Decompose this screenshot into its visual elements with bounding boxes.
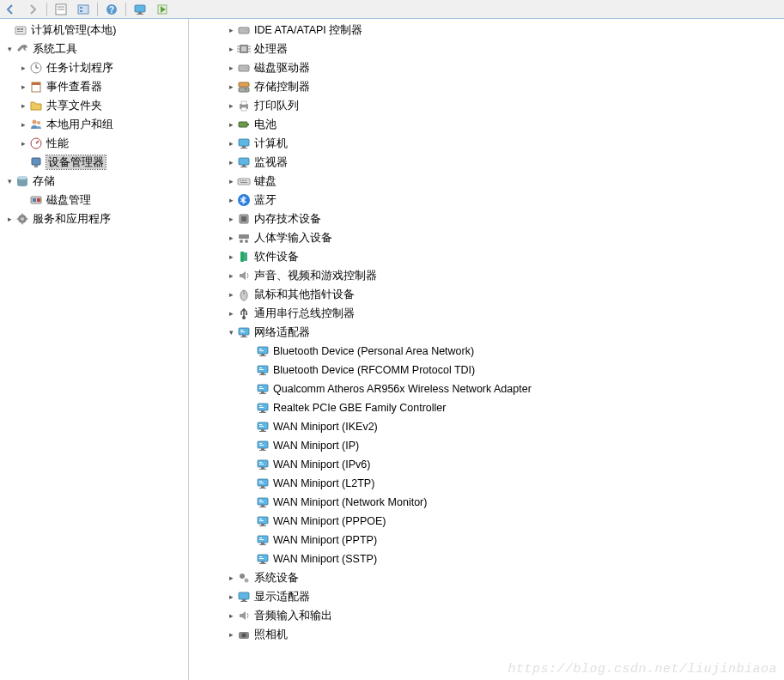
expand-icon[interactable]: ▸	[225, 251, 237, 263]
device-cat-battery[interactable]: ▸电池	[189, 115, 784, 134]
tree-services[interactable]: ▸ 服务和应用程序	[0, 209, 188, 228]
expand-icon[interactable]: ▸	[225, 232, 237, 244]
tree-storage[interactable]: ▾ 存储	[0, 172, 188, 191]
device-cat-computer[interactable]: ▸计算机	[189, 134, 784, 153]
device-cat-network[interactable]: ▾网络适配器	[189, 323, 784, 342]
expand-icon[interactable]: ▸	[225, 62, 237, 74]
tree-shared-folders[interactable]: ▸ 共享文件夹	[0, 96, 188, 115]
device-cat-keyboard[interactable]: ▸键盘	[189, 172, 784, 191]
device-item[interactable]: WAN Miniport (Network Monitor)	[189, 493, 784, 512]
expand-icon[interactable]: ▸	[225, 137, 237, 149]
device-item[interactable]: Bluetooth Device (RFCOMM Protocol TDI)	[189, 361, 784, 379]
device-cat-usb[interactable]: ▸通用串行总线控制器	[189, 304, 784, 323]
device-cat-display[interactable]: ▸显示适配器	[189, 587, 784, 606]
expand-icon[interactable]: ▸	[225, 43, 237, 55]
device-cat-disk_drives[interactable]: ▸磁盘驱动器	[189, 58, 784, 77]
expand-icon[interactable]: ▸	[225, 24, 237, 36]
users-icon	[29, 118, 43, 131]
network-adapter-icon	[256, 401, 270, 415]
expand-icon[interactable]: ▸	[17, 62, 29, 74]
device-cat-ide[interactable]: ▸IDE ATA/ATAPI 控制器	[189, 21, 784, 39]
tb-scan-icon[interactable]	[131, 1, 149, 18]
expand-icon[interactable]: ▸	[17, 100, 29, 112]
device-item[interactable]: WAN Miniport (IKEv2)	[189, 417, 784, 436]
device-cat-hid[interactable]: ▸人体学输入设备	[189, 228, 784, 247]
device-item[interactable]: WAN Miniport (PPTP)	[189, 531, 784, 549]
expand-icon[interactable]: ▸	[225, 270, 237, 282]
network-adapter-icon	[256, 344, 270, 358]
print_queue-icon	[237, 99, 251, 112]
device-cat-system_dev[interactable]: ▸系统设备	[189, 568, 784, 587]
device-cat-processor[interactable]: ▸处理器	[189, 39, 784, 58]
expand-icon[interactable]: ▸	[3, 213, 15, 225]
expand-icon[interactable]: ▸	[17, 118, 29, 131]
disk-mgmt-icon	[29, 193, 43, 207]
tree-local-users[interactable]: ▸ 本地用户和组	[0, 115, 188, 134]
expand-icon[interactable]: ▸	[225, 156, 237, 168]
device-item[interactable]: WAN Miniport (IPv6)	[189, 455, 784, 474]
network-adapter-icon	[256, 420, 270, 434]
device-cat-software_dev[interactable]: ▸软件设备	[189, 247, 784, 266]
performance-icon	[29, 137, 43, 150]
device-item[interactable]: WAN Miniport (IP)	[189, 436, 784, 455]
device-cat-label: 磁盘驱动器	[254, 61, 310, 75]
device-cat-mouse[interactable]: ▸鼠标和其他指针设备	[189, 285, 784, 304]
device-cat-storage_ctrl[interactable]: ▸存储控制器	[189, 77, 784, 96]
expand-icon[interactable]: ▸	[225, 628, 237, 641]
collapse-icon[interactable]: ▾	[3, 43, 15, 55]
device-item-label: WAN Miniport (IKEv2)	[273, 420, 378, 434]
device-cat-sound[interactable]: ▸声音、视频和游戏控制器	[189, 266, 784, 285]
tb-fwd-icon[interactable]	[24, 1, 41, 18]
expand-icon[interactable]: ▸	[225, 610, 237, 622]
network-adapter-icon	[256, 552, 270, 566]
device-item[interactable]: Realtek PCIe GBE Family Controller	[189, 398, 784, 417]
tb-enable-icon[interactable]	[154, 1, 171, 18]
device-cat-print_queue[interactable]: ▸打印队列	[189, 96, 784, 115]
tree-performance[interactable]: ▸ 性能	[0, 134, 188, 153]
expand-icon[interactable]: ▸	[225, 213, 237, 225]
device-item[interactable]: WAN Miniport (PPPOE)	[189, 512, 784, 531]
device-item[interactable]: Bluetooth Device (Personal Area Network)	[189, 342, 784, 361]
tb-prop-icon[interactable]	[52, 1, 70, 18]
expand-icon[interactable]: ▸	[225, 307, 237, 319]
expand-icon[interactable]: ▸	[225, 591, 237, 603]
tree-task-sched[interactable]: ▸ 任务计划程序	[0, 58, 188, 77]
wrench-icon	[15, 42, 29, 56]
expand-icon[interactable]: ▸	[225, 572, 237, 584]
collapse-icon[interactable]: ▾	[225, 326, 237, 338]
svg-text:?: ?	[109, 5, 114, 15]
tree-device-manager[interactable]: 设备管理器	[0, 153, 188, 172]
tb-help-icon[interactable]: ?	[103, 1, 120, 18]
toolbar: ?	[0, 0, 784, 19]
tree-sys-tools[interactable]: ▾ 系统工具	[0, 39, 188, 58]
expand-icon[interactable]: ▸	[225, 118, 237, 131]
expand-icon[interactable]: ▸	[225, 194, 237, 206]
tree-disk-mgmt[interactable]: 磁盘管理	[0, 191, 188, 209]
tree-root[interactable]: 计算机管理(本地)	[0, 21, 188, 39]
expand-icon[interactable]: ▸	[17, 137, 29, 149]
device-cat-monitor[interactable]: ▸监视器	[189, 153, 784, 172]
device-cat-memory_tech[interactable]: ▸内存技术设备	[189, 209, 784, 228]
device-cat-audio_io[interactable]: ▸音频输入和输出	[189, 606, 784, 625]
device-cat-label: 人体学输入设备	[254, 231, 332, 245]
collapse-icon[interactable]: ▾	[3, 175, 15, 187]
expand-icon[interactable]: ▸	[17, 81, 29, 93]
tree-event-viewer[interactable]: ▸ 事件查看器	[0, 77, 188, 96]
svg-rect-73	[80, 7, 82, 9]
expand-icon[interactable]: ▸	[225, 100, 237, 112]
expand-icon[interactable]: ▸	[225, 175, 237, 187]
device-cat-label: 显示适配器	[254, 590, 310, 604]
bluetooth-icon	[237, 193, 251, 207]
computer-icon	[237, 137, 251, 150]
tb-view-icon[interactable]	[75, 1, 92, 18]
device-item[interactable]: WAN Miniport (L2TP)	[189, 474, 784, 493]
expand-icon[interactable]: ▸	[225, 81, 237, 93]
tb-back-icon[interactable]	[2, 1, 19, 18]
device-cat-bluetooth[interactable]: ▸蓝牙	[189, 191, 784, 209]
battery-icon	[237, 118, 251, 131]
expand-icon[interactable]: ▸	[225, 288, 237, 301]
device-item[interactable]: Qualcomm Atheros AR956x Wireless Network…	[189, 379, 784, 398]
device-cat-label: IDE ATA/ATAPI 控制器	[254, 23, 362, 37]
device-cat-camera[interactable]: ▸照相机	[189, 625, 784, 644]
device-item[interactable]: WAN Miniport (SSTP)	[189, 549, 784, 568]
